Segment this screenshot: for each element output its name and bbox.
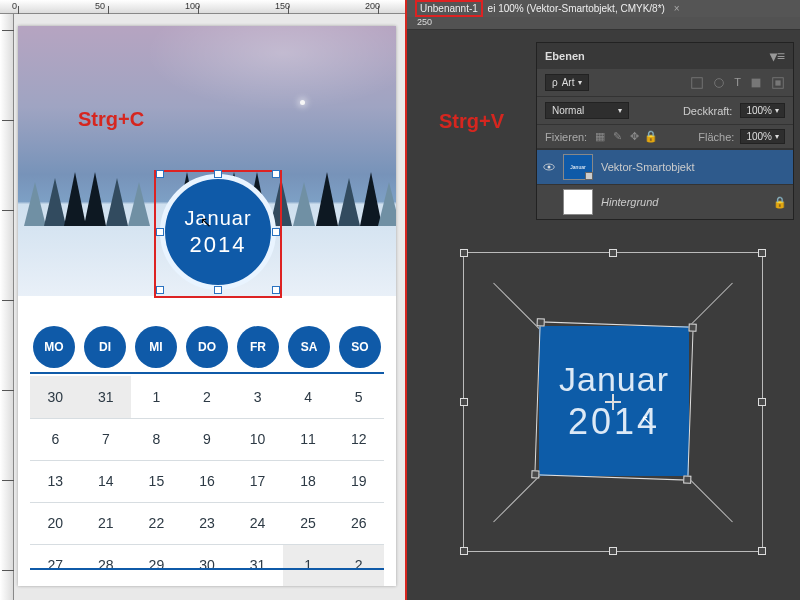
layer-name[interactable]: Vektor-Smartobjekt: [601, 161, 695, 173]
calendar-cell: 1: [131, 376, 182, 418]
panel-header[interactable]: Ebenen ▾≡: [537, 43, 793, 69]
calendar-cell: 27: [30, 544, 81, 586]
ruler-mark: 250: [417, 17, 432, 27]
weekday-badge: DO: [186, 326, 228, 368]
divider: [30, 568, 384, 570]
calendar-cell: 11: [283, 418, 334, 460]
opacity-input[interactable]: 100%▾: [740, 103, 785, 118]
calendar-cell: 9: [182, 418, 233, 460]
layer-name[interactable]: Hintergrund: [601, 196, 658, 208]
calendar-cell: 6: [30, 418, 81, 460]
year-label: 2014: [190, 232, 247, 258]
target-document-pane: Unbenannt-1 ei 100% (Vektor-Smartobjekt,…: [407, 0, 800, 600]
opacity-label: Deckkraft:: [683, 105, 733, 117]
calendar-cell: 8: [131, 418, 182, 460]
blend-mode-select[interactable]: Normal▾: [545, 102, 629, 119]
calendar-cell: 26: [333, 502, 384, 544]
calendar-cell: 20: [30, 502, 81, 544]
calendar-cell: 7: [81, 418, 132, 460]
month-badge[interactable]: Januar 2014 ↖: [160, 174, 276, 290]
calendar-cell: 4: [283, 376, 334, 418]
lock-icon: 🔒: [773, 196, 787, 209]
layer-thumbnail[interactable]: [563, 189, 593, 215]
layer-row[interactable]: Januar Vektor-Smartobjekt: [537, 149, 793, 184]
lock-label: Fixieren:: [545, 131, 587, 143]
ruler-mark: 50: [95, 1, 105, 11]
calendar-cell: 30: [30, 376, 81, 418]
smartobject-badge-icon: [585, 172, 593, 180]
weekday-badge: SO: [339, 326, 381, 368]
calendar-cell: 14: [81, 460, 132, 502]
horizontal-ruler[interactable]: 250: [407, 17, 800, 30]
calendar-cell: 15: [131, 460, 182, 502]
document-tab-bar[interactable]: Unbenannt-1 ei 100% (Vektor-Smartobjekt,…: [407, 0, 800, 17]
paste-shortcut-annotation: Strg+V: [439, 110, 504, 133]
calendar-cell: 25: [283, 502, 334, 544]
type-filter-icon[interactable]: T: [734, 76, 741, 90]
calendar-cell: 28: [81, 544, 132, 586]
close-icon[interactable]: ×: [674, 3, 680, 14]
lock-pixels-icon[interactable]: ✎: [610, 130, 624, 143]
smart-filter-icon[interactable]: [771, 76, 785, 90]
weekday-badge: DI: [84, 326, 126, 368]
calendar-cell: 22: [131, 502, 182, 544]
tab-suffix: ei 100% (Vektor-Smartobjekt, CMYK/8*): [488, 3, 665, 14]
calendar-cell: 2: [333, 544, 384, 586]
svg-point-1: [715, 78, 724, 87]
source-document-pane: 0 50 100 150 200 Strg+C Januar 2014: [0, 0, 405, 600]
weekday-badge: MO: [33, 326, 75, 368]
calendar-cell: 13: [30, 460, 81, 502]
lock-transparent-icon[interactable]: ▦: [593, 130, 607, 143]
fill-input[interactable]: 100%▾: [740, 129, 785, 144]
svg-rect-0: [692, 77, 703, 88]
pixel-filter-icon[interactable]: [690, 76, 704, 90]
shape-filter-icon[interactable]: [749, 76, 763, 90]
vertical-ruler[interactable]: [0, 0, 14, 600]
panel-menu-icon[interactable]: ▾≡: [770, 48, 785, 64]
calendar-cell: 31: [81, 376, 132, 418]
calendar-cell: 10: [232, 418, 283, 460]
calendar-cell: 5: [333, 376, 384, 418]
filter-icons[interactable]: T: [690, 76, 785, 90]
calendar-cell: 29: [131, 544, 182, 586]
calendar-cell: 17: [232, 460, 283, 502]
moon-icon: [300, 100, 305, 105]
weekday-badge: MI: [135, 326, 177, 368]
layer-row[interactable]: Hintergrund 🔒: [537, 184, 793, 219]
calendar-cell: 16: [182, 460, 233, 502]
weekday-badge: SA: [288, 326, 330, 368]
calendar-cell: 12: [333, 418, 384, 460]
filter-kind-select[interactable]: ρArt▾: [545, 74, 589, 91]
calendar-cell: 19: [333, 460, 384, 502]
ruler-mark: 0: [12, 1, 17, 11]
calendar-cell: 1: [283, 544, 334, 586]
free-transform-box[interactable]: Januar 2014 ↖: [463, 252, 763, 552]
layers-panel[interactable]: Ebenen ▾≡ ρArt▾ T Normal▾ Deckkraft: 100…: [536, 42, 794, 220]
calendar-cell: 18: [283, 460, 334, 502]
calendar-cell: 30: [182, 544, 233, 586]
weekday-badge: FR: [237, 326, 279, 368]
month-label: Januar: [184, 207, 251, 230]
calendar-cell: 3: [232, 376, 283, 418]
layer-thumbnail[interactable]: Januar: [563, 154, 593, 180]
visibility-icon[interactable]: [543, 161, 555, 173]
panel-title: Ebenen: [545, 50, 585, 62]
fill-label: Fläche:: [698, 131, 734, 143]
lock-all-icon[interactable]: 🔒: [644, 130, 658, 143]
tab-filename: Unbenannt-1: [415, 0, 483, 17]
divider: [30, 372, 384, 374]
calendar-cell: 2: [182, 376, 233, 418]
transform-center-icon[interactable]: [605, 394, 621, 410]
calendar-cell: 23: [182, 502, 233, 544]
calendar-cell: 31: [232, 544, 283, 586]
calendar-document[interactable]: Strg+C Januar 2014 ↖ MO DI MI DO FR SA S…: [18, 26, 396, 586]
svg-rect-2: [752, 78, 761, 87]
svg-rect-4: [775, 80, 780, 85]
calendar-cell: 21: [81, 502, 132, 544]
adjust-filter-icon[interactable]: [712, 76, 726, 90]
horizontal-ruler[interactable]: 0 50 100 150 200: [0, 0, 405, 14]
svg-point-6: [548, 166, 551, 169]
lock-position-icon[interactable]: ✥: [627, 130, 641, 143]
cursor-icon: ↖: [200, 214, 212, 230]
lock-buttons[interactable]: ▦ ✎ ✥ 🔒: [593, 130, 658, 143]
